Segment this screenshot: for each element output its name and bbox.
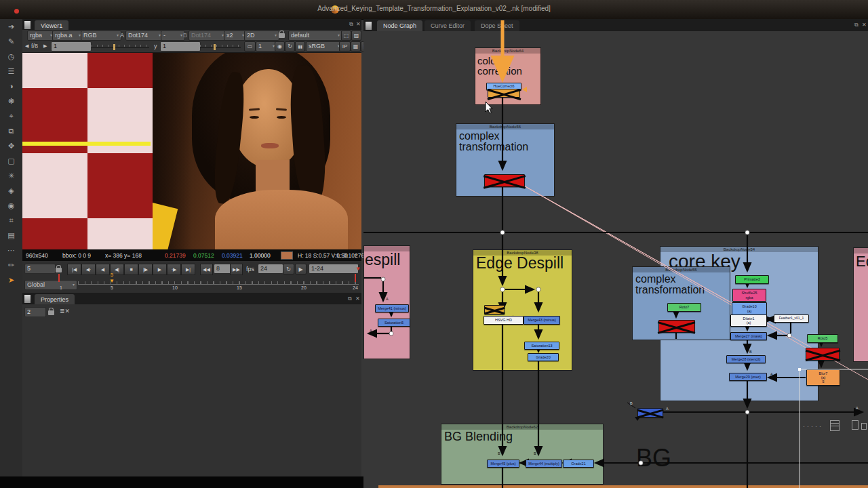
lock-icon[interactable] bbox=[279, 33, 285, 38]
roi-icon[interactable]: ⬚ bbox=[341, 30, 351, 41]
node-roto5[interactable]: Roto5 bbox=[807, 334, 838, 343]
node-merge29[interactable]: Merge29 (over) bbox=[729, 373, 767, 381]
b-buffer-dropdown[interactable]: Dot174▾ bbox=[189, 30, 226, 41]
play-forward-button[interactable]: ▶ bbox=[153, 264, 167, 275]
in-marker[interactable] bbox=[58, 274, 60, 282]
frame-back-button[interactable]: ◀◀ bbox=[200, 264, 213, 275]
backdrop-edge-right[interactable]: Ed bbox=[853, 247, 868, 362]
toolbar-metadata-icon[interactable]: ⌗ bbox=[0, 213, 22, 228]
toolbar-image-icon[interactable]: ➔ bbox=[0, 19, 22, 34]
input-process-button[interactable]: IP bbox=[339, 41, 351, 52]
alpha-dropdown[interactable]: rgba.a▾ bbox=[52, 30, 83, 41]
frame-step-input[interactable]: 8 bbox=[214, 264, 231, 274]
frame-fwd-button[interactable]: ▶▶ bbox=[230, 264, 243, 275]
node-grade21[interactable]: Grade21 bbox=[563, 460, 594, 468]
node-hsvg-hd[interactable]: HSVG HD bbox=[484, 316, 524, 325]
goto-start-button[interactable]: |◀ bbox=[67, 264, 81, 275]
gamma-slider[interactable] bbox=[200, 47, 241, 48]
toolbar-channel-icon[interactable]: ☰ bbox=[0, 64, 22, 79]
timeline-ruler[interactable]: Global▾ 5▼ 1 5 10 15 20 24 bbox=[22, 278, 361, 293]
tab-properties[interactable]: Properties bbox=[35, 294, 75, 305]
gain-slider[interactable] bbox=[92, 47, 149, 48]
tab-dope-sheet[interactable]: Dope Sheet bbox=[475, 20, 519, 31]
toolbar-script-icon[interactable]: ✏ bbox=[0, 258, 22, 272]
gain-next-icon[interactable]: ▶ bbox=[43, 43, 47, 49]
current-frame-input[interactable]: 5 bbox=[24, 264, 56, 274]
goto-end-button[interactable]: ▶| bbox=[181, 264, 195, 275]
playback-mode-icon[interactable]: ▶ bbox=[295, 264, 307, 274]
tab-node-graph[interactable]: Node Graph bbox=[377, 20, 422, 31]
node-disabled-blue[interactable] bbox=[637, 408, 663, 418]
node-primatte3[interactable]: Primatte3 bbox=[735, 275, 769, 284]
prev-keyframe-button[interactable]: ◀· bbox=[81, 264, 96, 275]
range-mode-dropdown[interactable]: Global▾ bbox=[24, 280, 77, 290]
nodegraph-close-icon[interactable]: ✕ bbox=[862, 22, 867, 28]
viewer-mode-dropdown[interactable]: 2D▾ bbox=[244, 30, 279, 41]
nodegraph-pane-menu-button[interactable] bbox=[365, 21, 372, 30]
frame-range-input[interactable]: 1-24 bbox=[309, 264, 359, 274]
properties-lock-icon[interactable] bbox=[48, 310, 54, 315]
node-merge41[interactable]: Merge41 (minus) bbox=[375, 304, 409, 312]
toolbar-transform-icon[interactable]: ✥ bbox=[0, 138, 22, 153]
colorspace-dropdown[interactable]: sRGB▾ bbox=[306, 41, 342, 52]
node-disabled-red-3[interactable] bbox=[806, 348, 840, 361]
a-buffer-dropdown[interactable]: Dot174▾ bbox=[125, 30, 163, 41]
node-disabled-orange[interactable] bbox=[488, 89, 520, 98]
view-dropdown[interactable]: default▾ bbox=[288, 30, 342, 41]
toolbar-particles-icon[interactable]: ✳ bbox=[0, 168, 22, 183]
node-blur7[interactable]: Blur7 (a) 5 bbox=[806, 369, 840, 386]
toolbar-other-icon[interactable]: ⋯ bbox=[0, 243, 22, 258]
viewer-image-portrait[interactable] bbox=[153, 53, 361, 249]
node-merge28[interactable]: Merge28 (stencil) bbox=[726, 355, 766, 363]
node-transform-disabled[interactable] bbox=[484, 174, 525, 187]
toolbar-toolsets-icon[interactable]: ▤ bbox=[0, 228, 22, 243]
node-dilate1[interactable]: Dilate1 (a) bbox=[730, 314, 767, 327]
toolbar-keyer-icon[interactable]: ⌖ bbox=[0, 108, 22, 123]
pause-icon[interactable]: ▮▮ bbox=[295, 41, 305, 52]
node-roto7[interactable]: Roto7 bbox=[667, 303, 701, 312]
max-panels-input[interactable]: 2 bbox=[24, 307, 46, 317]
out-marker[interactable] bbox=[355, 274, 356, 282]
checker-icon[interactable]: ▦ bbox=[351, 41, 361, 52]
node-merge45[interactable]: Merge45 (plus) bbox=[487, 460, 519, 468]
next-keyframe-button[interactable]: ·▶ bbox=[167, 264, 181, 275]
node-merge44[interactable]: Merge44 (multiply) bbox=[526, 460, 562, 468]
display-channels-dropdown[interactable]: RGB▾ bbox=[81, 30, 121, 41]
viewer-image-checkerboard[interactable] bbox=[22, 53, 153, 249]
toolbar-merge-icon[interactable]: ⧉ bbox=[0, 123, 22, 138]
stop-button[interactable]: ■ bbox=[124, 264, 138, 275]
loop-mode-icon[interactable]: ↻ bbox=[283, 264, 294, 274]
toolbar-time-icon[interactable]: ◷ bbox=[0, 49, 22, 64]
frame-lock-icon[interactable] bbox=[56, 268, 62, 272]
gain-input[interactable]: 1 bbox=[51, 41, 92, 52]
playhead[interactable]: 5▼ bbox=[108, 272, 116, 284]
close-all-panels-icon[interactable]: ≣✕ bbox=[60, 308, 70, 314]
node-grade10[interactable]: Grade10 (a) bbox=[732, 302, 767, 315]
backdrop-bg-blending[interactable]: BackdropNode62 BG Blending bbox=[441, 424, 604, 485]
refresh-icon[interactable]: ↻ bbox=[285, 41, 295, 52]
toolbar-draw-icon[interactable]: ✎ bbox=[0, 34, 22, 49]
node-merge43[interactable]: Merge43 (minus) bbox=[524, 316, 560, 325]
info-chevron-icon[interactable]: ▾ bbox=[355, 252, 357, 257]
node-saturation13[interactable]: Saturation13 bbox=[524, 342, 559, 350]
gamma-input[interactable]: 1 bbox=[160, 41, 201, 52]
nodegraph-float-icon[interactable]: ⧉ bbox=[854, 22, 859, 28]
blend-dropdown[interactable]: -▾ bbox=[161, 30, 185, 41]
node-disabled-red-2[interactable] bbox=[658, 320, 695, 333]
gain-prev-icon[interactable]: ◀ bbox=[25, 43, 28, 49]
viewer-close-icon[interactable]: ✕ bbox=[356, 21, 361, 27]
proxy-icon[interactable]: ▨ bbox=[351, 30, 361, 41]
monitor-out-icon[interactable]: ▭ bbox=[244, 41, 256, 52]
viewer-float-icon[interactable]: ⧉ bbox=[349, 21, 353, 28]
node-saturation5[interactable]: Saturation5 bbox=[378, 319, 410, 327]
backdrop-despill-left[interactable]: espill bbox=[363, 245, 410, 359]
node-grade20[interactable]: Grade20 bbox=[528, 353, 559, 361]
toolbar-postage-icon[interactable]: ➤ bbox=[0, 272, 22, 287]
toolbar-3d-icon[interactable]: ▢ bbox=[0, 153, 22, 168]
properties-close-icon[interactable]: ✕ bbox=[355, 296, 360, 302]
zoom-dropdown[interactable]: x2▾ bbox=[224, 30, 247, 41]
fps-input[interactable]: 24 bbox=[258, 264, 283, 274]
node-shuffle25[interactable]: Shuffle25 rgba bbox=[732, 289, 766, 302]
step-forward-button[interactable]: |▶ bbox=[138, 264, 153, 275]
properties-pane-menu-button[interactable] bbox=[24, 294, 31, 304]
